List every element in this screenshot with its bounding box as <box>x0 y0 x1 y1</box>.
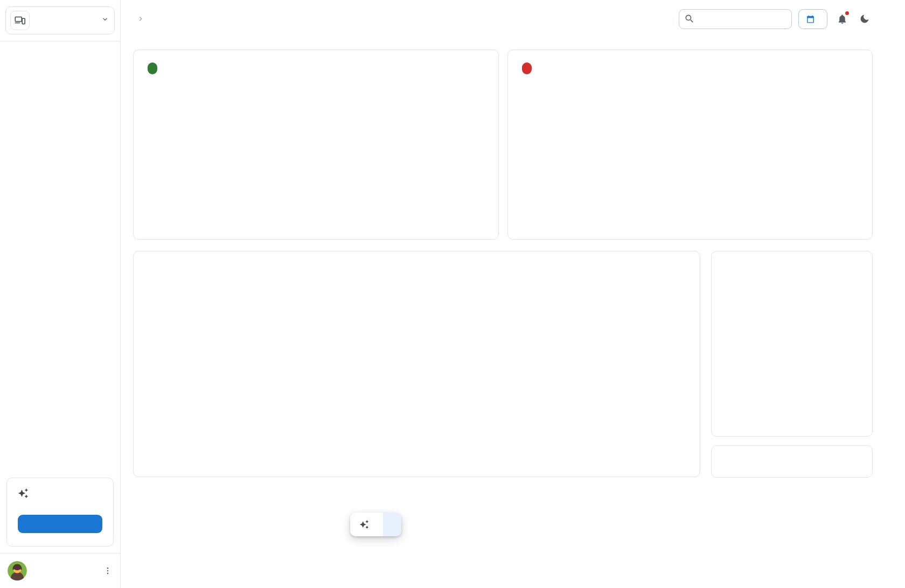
sessions-change-badge <box>148 62 157 74</box>
chevron-down-icon <box>100 15 110 26</box>
date-picker-button[interactable] <box>798 9 827 29</box>
charts-row <box>133 50 873 240</box>
next-card-partial <box>711 445 873 478</box>
details-table <box>133 251 700 477</box>
theme-switcher <box>350 513 401 536</box>
get-discount-button[interactable] <box>18 515 102 533</box>
search-box <box>679 9 792 29</box>
notifications-button[interactable] <box>834 11 850 27</box>
search-icon <box>684 13 695 26</box>
sessions-card <box>133 50 499 240</box>
devices-icon <box>10 11 30 30</box>
material-design-2-button[interactable] <box>383 513 401 536</box>
details-row <box>133 251 873 478</box>
dark-mode-toggle[interactable] <box>857 11 873 27</box>
breadcrumb <box>133 15 148 23</box>
sparkle-icon <box>359 520 369 529</box>
product-tree-title <box>712 259 872 264</box>
search-input[interactable] <box>679 9 792 29</box>
sidebar-secondary-nav <box>0 466 120 471</box>
custom-theme-button[interactable] <box>350 513 383 536</box>
sidebar-nav <box>0 41 120 47</box>
plan-expire-card <box>6 478 114 547</box>
notification-badge <box>845 11 849 15</box>
sidebar <box>0 0 121 588</box>
breadcrumb-separator-icon <box>136 15 145 23</box>
calendar-icon <box>806 15 815 24</box>
pageviews-card <box>507 50 873 240</box>
product-tree-card <box>711 251 873 437</box>
sparkle-icon <box>18 491 29 500</box>
topbar <box>133 9 873 29</box>
pageviews-change-badge <box>522 62 532 74</box>
workspace-select[interactable] <box>5 6 115 34</box>
user-profile <box>0 553 120 588</box>
avatar <box>8 561 27 580</box>
main-content <box>121 0 905 588</box>
moon-icon <box>859 13 870 24</box>
user-menu-button[interactable] <box>103 566 113 576</box>
